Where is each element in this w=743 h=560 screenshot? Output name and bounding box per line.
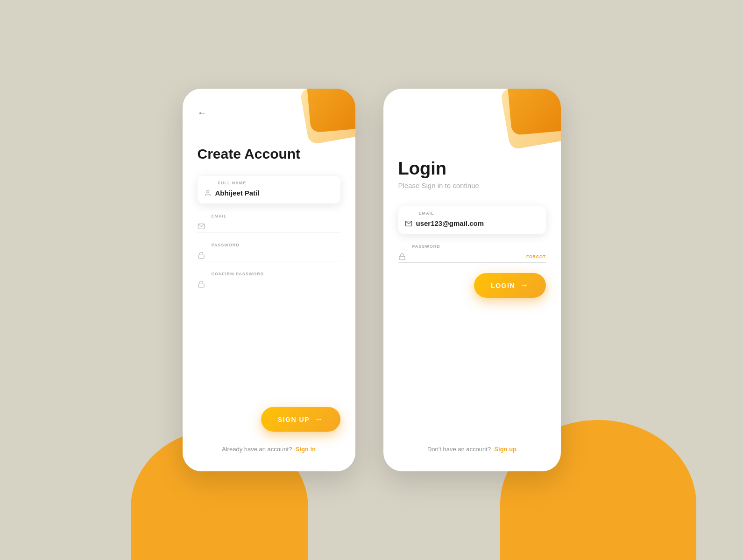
signup-password-wrapper [198, 249, 340, 261]
signup-button[interactable]: SIGN UP → [261, 407, 340, 432]
user-icon [204, 189, 212, 197]
signup-arrow-icon: → [314, 414, 324, 424]
signup-deco-shape [290, 89, 355, 154]
confirm-password-group: CONFIRM PASSWORD [198, 272, 340, 290]
login-subtitle: Please Sign in to continue [398, 182, 546, 189]
login-bottom-static: Don't have an account? [427, 446, 491, 453]
login-password-group: PASSWORD FORGOT [398, 244, 546, 263]
login-button-label: LOGIN [491, 282, 515, 289]
login-deco-shape-front [507, 89, 561, 135]
signup-email-group: EMAIL [198, 214, 340, 232]
signup-password-group: PASSWORD [198, 243, 340, 261]
login-password-wrapper: FORGOT [398, 251, 546, 263]
svg-rect-3 [198, 284, 204, 287]
confirm-password-input[interactable] [209, 280, 340, 288]
login-email-label: EMAIL [405, 211, 539, 216]
screens-container: ← Create Account FULL NAME EM [183, 89, 561, 471]
login-deco-shape [495, 89, 561, 154]
lock-icon-confirm [198, 280, 205, 288]
deco-shape-front [306, 89, 355, 133]
full-name-label: FULL NAME [204, 181, 334, 185]
signup-card: ← Create Account FULL NAME EM [183, 89, 355, 471]
login-card: Login Please Sign in to continue EMAIL [383, 89, 561, 471]
signup-email-label: EMAIL [198, 214, 340, 218]
login-lock-icon [398, 253, 406, 260]
full-name-card: FULL NAME [198, 176, 340, 203]
lock-icon-signup [198, 252, 205, 259]
signup-email-wrapper [198, 220, 340, 232]
signup-password-label: PASSWORD [198, 243, 340, 247]
signin-link[interactable]: Sign in [296, 446, 316, 453]
login-email-icon [405, 220, 412, 227]
login-button[interactable]: LOGIN → [474, 273, 545, 298]
forgot-password-link[interactable]: FORGOT [526, 254, 546, 259]
signup-link[interactable]: Sign up [494, 446, 517, 453]
login-email-wrapper [405, 217, 539, 229]
login-password-label: PASSWORD [398, 244, 546, 249]
login-btn-container: LOGIN → [398, 273, 546, 298]
signup-button-label: SIGN UP [278, 416, 310, 423]
svg-rect-2 [198, 255, 204, 258]
signup-btn-container: SIGN UP → [198, 407, 340, 432]
full-name-input[interactable] [215, 189, 334, 197]
signup-bottom-text: Already have an account? Sign in [198, 446, 340, 457]
login-email-group: EMAIL [398, 206, 546, 234]
signup-password-input[interactable] [209, 251, 340, 259]
login-password-input[interactable] [410, 252, 527, 260]
svg-point-0 [206, 190, 209, 193]
email-icon [198, 223, 205, 230]
signup-email-input[interactable] [209, 222, 340, 230]
login-bottom-text: Don't have an account? Sign up [398, 446, 546, 457]
confirm-password-wrapper [198, 278, 340, 290]
confirm-password-label: CONFIRM PASSWORD [198, 272, 340, 276]
full-name-wrapper [204, 187, 334, 199]
full-name-group: FULL NAME [198, 176, 340, 203]
login-arrow-icon: → [520, 280, 529, 290]
login-email-card: EMAIL [398, 206, 546, 234]
login-email-input[interactable] [416, 219, 539, 227]
login-title: Login [398, 159, 546, 179]
login-spacer [398, 307, 546, 441]
svg-rect-5 [399, 256, 405, 259]
signup-bottom-static: Already have an account? [222, 446, 292, 453]
